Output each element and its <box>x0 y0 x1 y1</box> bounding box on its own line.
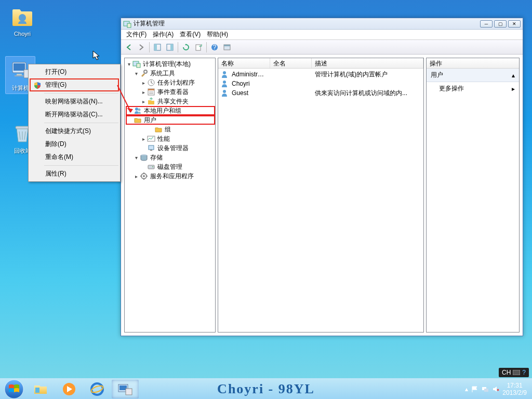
tree-node-perf[interactable]: ▸性能 <box>126 134 215 143</box>
user-row[interactable]: Choyri <box>218 79 423 88</box>
svg-rect-4 <box>15 75 24 76</box>
tree-label: 共享文件夹 <box>156 97 190 106</box>
refresh-button[interactable] <box>180 42 192 53</box>
up-button[interactable] <box>152 42 163 53</box>
task-explorer[interactable] <box>28 380 55 398</box>
menu-map-drive[interactable]: 映射网络驱动器(N)... <box>30 95 119 108</box>
expand-icon[interactable]: ▸ <box>140 80 147 86</box>
tree-node-services[interactable]: ▸服务和应用程序 <box>126 171 215 181</box>
svg-rect-3 <box>17 74 22 75</box>
pane-icon <box>154 44 161 51</box>
show-hide-button[interactable] <box>221 42 233 53</box>
svg-point-0 <box>19 14 26 21</box>
tree-node-folder[interactable]: 组 <box>126 125 215 134</box>
menu-properties[interactable]: 属性(R) <box>30 167 119 180</box>
user-row[interactable]: Guest供来宾访问计算机或访问域的内... <box>218 88 423 98</box>
flag-icon[interactable] <box>471 385 478 393</box>
maximize-button[interactable]: ▢ <box>494 20 507 28</box>
menu-separator <box>44 93 118 94</box>
export-icon <box>195 44 202 51</box>
expand-icon[interactable]: ▸ <box>140 99 147 104</box>
start-button[interactable] <box>1 379 27 399</box>
tree-label: 存储 <box>149 153 164 162</box>
list-pane[interactable]: 名称 全名 描述 Administrat...管理计算机(域)的内置帐户Choy… <box>218 58 424 332</box>
expand-icon[interactable]: ▾ <box>133 155 140 161</box>
close-button[interactable]: ✕ <box>508 20 521 28</box>
tree-pane[interactable]: ▾计算机管理(本地)▾系统工具▸任务计划程序▸事件查看器▸共享文件夹▾本地用户和… <box>124 58 216 332</box>
menu-create-shortcut[interactable]: 创建快捷方式(S) <box>30 125 119 138</box>
window-title: 计算机管理 <box>134 19 478 28</box>
window-titlebar[interactable]: 计算机管理 ─ ▢ ✕ <box>121 18 523 30</box>
volume-icon[interactable] <box>492 385 499 393</box>
export-button[interactable] <box>193 42 204 53</box>
tree-node-tools[interactable]: ▾系统工具 <box>126 69 215 78</box>
tree-node-users[interactable]: ▾本地用户和组 <box>126 106 215 115</box>
tree-label: 设备管理器 <box>156 144 190 153</box>
disk-icon <box>147 163 155 171</box>
tree-node-mmc[interactable]: ▾计算机管理(本地) <box>126 59 215 69</box>
expand-icon[interactable]: ▾ <box>133 71 140 76</box>
language-indicator[interactable]: CH ? <box>499 368 529 377</box>
svg-rect-14 <box>196 45 201 50</box>
desktop-icon-choyri[interactable]: Choyri <box>7 4 37 37</box>
properties-button[interactable] <box>164 42 176 53</box>
tree-node-scheduler[interactable]: ▸任务计划程序 <box>126 78 215 87</box>
clock[interactable]: 17:31 2013/2/9 <box>502 382 527 396</box>
expand-icon[interactable]: ▸ <box>140 136 147 142</box>
minimize-button[interactable]: ─ <box>480 20 493 28</box>
menu-rename[interactable]: 重命名(M) <box>30 151 119 164</box>
uac-shield-icon <box>34 82 41 89</box>
svg-rect-40 <box>35 388 39 393</box>
tree-label: 事件查看器 <box>156 88 190 97</box>
task-media-player[interactable] <box>56 380 83 398</box>
menu-file[interactable]: 文件(F) <box>123 29 150 40</box>
svg-point-42 <box>91 383 103 395</box>
col-fullname[interactable]: 全名 <box>270 58 312 68</box>
expand-icon[interactable]: ▾ <box>126 61 132 67</box>
back-button[interactable] <box>123 42 135 53</box>
menu-manage[interactable]: 管理(G) <box>30 78 119 91</box>
svg-point-36 <box>223 81 226 84</box>
show-hidden-icon[interactable]: ▴ <box>465 385 468 393</box>
user-folder-icon <box>11 5 34 28</box>
help-button[interactable]: ? <box>209 42 220 53</box>
taskbar: Choyri - 98YL ▴ 17:31 2013/2/9 <box>0 378 532 399</box>
expand-icon[interactable]: ▸ <box>133 174 140 179</box>
menu-action[interactable]: 操作(A) <box>150 29 177 40</box>
expand-icon[interactable]: ▸ <box>140 89 147 95</box>
task-ie[interactable] <box>84 380 111 398</box>
folder-icon <box>154 125 163 134</box>
svg-rect-46 <box>126 389 132 395</box>
tree-node-device[interactable]: 设备管理器 <box>126 143 215 153</box>
svg-rect-29 <box>150 150 152 151</box>
tree-node-event[interactable]: ▸事件查看器 <box>126 87 215 97</box>
menu-help[interactable]: 帮助(H) <box>204 29 231 40</box>
svg-rect-13 <box>170 44 173 50</box>
menu-disconnect-drive[interactable]: 断开网络驱动器(C)... <box>30 108 119 121</box>
action-more[interactable]: 更多操作 ▸ <box>427 82 519 95</box>
tree-node-disk[interactable]: 磁盘管理 <box>126 162 215 171</box>
col-name[interactable]: 名称 <box>218 58 270 68</box>
svg-point-34 <box>143 175 145 177</box>
menu-open[interactable]: 打开(O) <box>30 65 119 78</box>
action-pane: 操作 用户 ▴ 更多操作 ▸ <box>426 58 520 332</box>
task-mmc[interactable] <box>112 380 139 398</box>
col-desc[interactable]: 描述 <box>312 58 423 68</box>
tree-label: 磁盘管理 <box>156 163 183 171</box>
network-icon[interactable] <box>482 385 489 393</box>
action-section-users[interactable]: 用户 ▴ <box>427 69 519 82</box>
panel-icon <box>223 44 231 51</box>
tree-label: 性能 <box>156 135 171 143</box>
menu-delete[interactable]: 删除(D) <box>30 138 119 151</box>
tree-node-storage[interactable]: ▾存储 <box>126 153 215 162</box>
menu-view[interactable]: 查看(V) <box>177 29 204 40</box>
storage-icon <box>140 153 148 162</box>
tree-node-folder[interactable]: 用户 <box>126 115 215 125</box>
user-row[interactable]: Administrat...管理计算机(域)的内置帐户 <box>218 70 423 79</box>
scheduler-icon <box>147 78 155 87</box>
forward-button[interactable] <box>136 42 147 53</box>
menu-separator <box>44 165 118 166</box>
tools-icon <box>140 69 148 77</box>
tree-node-share[interactable]: ▸共享文件夹 <box>126 97 215 106</box>
annotation-arrow-icon <box>115 83 136 119</box>
